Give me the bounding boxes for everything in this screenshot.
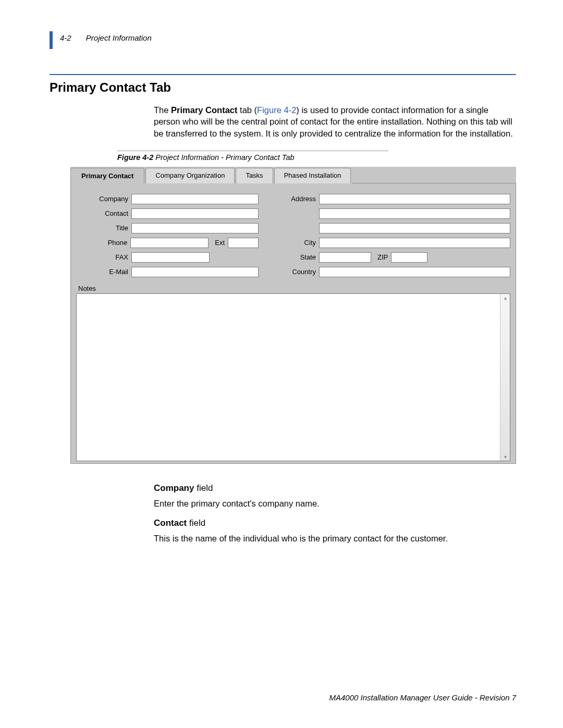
tab-primary-contact[interactable]: Primary Contact xyxy=(70,168,144,183)
company-field[interactable] xyxy=(131,194,259,204)
zip-field[interactable] xyxy=(391,252,427,263)
phone-field[interactable] xyxy=(130,238,209,248)
notes-field[interactable]: ▴ ▾ xyxy=(76,293,510,461)
intro-paragraph: The Primary Contact tab (Figure 4-2) is … xyxy=(154,104,514,139)
ext-field[interactable] xyxy=(228,238,259,248)
state-label: State xyxy=(279,253,319,261)
tab-strip: Primary Contact Company Organization Tas… xyxy=(70,167,516,183)
company-label: Company xyxy=(76,195,131,203)
scroll-up-icon[interactable]: ▴ xyxy=(504,295,507,301)
page-number: 4-2 xyxy=(60,33,71,42)
figure-link[interactable]: Figure 4-2 xyxy=(257,105,296,115)
figure-screenshot: Primary Contact Company Organization Tas… xyxy=(70,167,516,464)
company-field-heading: Company field xyxy=(154,483,516,495)
email-field[interactable] xyxy=(131,267,259,277)
address-field-3[interactable] xyxy=(319,223,510,233)
tab-phased-installation[interactable]: Phased Installation xyxy=(274,168,351,183)
city-label: City xyxy=(279,239,319,246)
contact-field-heading: Contact field xyxy=(154,517,516,529)
page-footer: MA4000 Installation Manager User Guide -… xyxy=(329,693,516,702)
figure-caption: Figure 4-2 Project Information - Primary… xyxy=(117,153,516,162)
contact-field-desc: This is the name of the individual who i… xyxy=(154,533,516,544)
title-field[interactable] xyxy=(131,223,259,233)
scrollbar[interactable]: ▴ ▾ xyxy=(500,294,510,461)
page-title: Primary Contact Tab xyxy=(50,80,516,95)
state-field[interactable] xyxy=(319,252,371,263)
contact-label: Contact xyxy=(76,209,131,217)
address-label: Address xyxy=(279,195,319,203)
company-field-desc: Enter the primary contact's company name… xyxy=(154,498,516,509)
fax-field[interactable] xyxy=(131,252,210,263)
page-header: 4-2 Project Information xyxy=(50,31,516,49)
email-label: E-Mail xyxy=(76,268,131,276)
tab-tasks[interactable]: Tasks xyxy=(236,168,273,183)
title-label: Title xyxy=(76,224,131,232)
country-label: Country xyxy=(279,268,319,276)
scroll-down-icon[interactable]: ▾ xyxy=(504,454,507,460)
zip-label: ZIP xyxy=(371,253,391,261)
figure-rule xyxy=(117,151,388,151)
section-rule xyxy=(50,74,516,75)
address-field-1[interactable] xyxy=(319,194,510,204)
address-field-2[interactable] xyxy=(319,208,510,219)
contact-field[interactable] xyxy=(131,208,259,219)
fax-label: FAX xyxy=(76,253,131,261)
header-accent xyxy=(50,31,53,49)
tab-company-organization[interactable]: Company Organization xyxy=(145,168,235,183)
notes-label: Notes xyxy=(78,285,510,292)
ext-label: Ext xyxy=(209,239,228,246)
header-section: Project Information xyxy=(86,33,152,42)
phone-label: Phone xyxy=(76,239,130,246)
country-field[interactable] xyxy=(319,267,510,277)
city-field[interactable] xyxy=(319,238,510,248)
